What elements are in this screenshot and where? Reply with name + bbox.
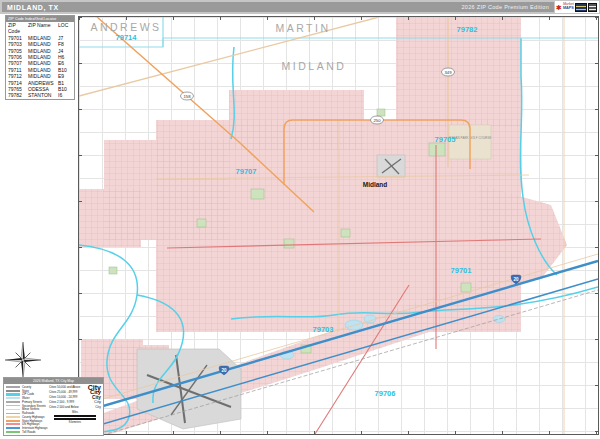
scale-km-label: Kilometers [49,421,101,424]
svg-text:20: 20 [513,277,519,282]
svg-text:349: 349 [445,70,453,75]
svg-text:250: 250 [374,118,382,123]
logo-info-box [575,3,587,12]
scale-miles-label: Miles [49,411,101,414]
zip-index-table: ZIP Code Index/Grid Locator ZIP Code ZIP… [5,15,75,100]
table-row: 79782STANTONI6 [6,92,74,98]
grid-ticks-top [79,17,598,20]
map-art: HOGAN PARK GOLF COURSE [79,17,598,434]
logo-brand-bottom: MAPS [563,7,574,11]
map-legend: 2026 Midland, TX City Map County State Z… [3,377,104,436]
logo-star-icon: ✱ [556,4,562,11]
grid-ticks-bottom [79,431,598,434]
page-title: MIDLAND, TX [7,4,59,11]
loop-250-marker-icon: 250 [371,116,384,124]
logo-info-box-2 [588,3,597,12]
zip-label-79714: 79714 [116,33,138,42]
hwy-158-marker-icon: 158 [181,92,194,100]
zip-label-79706: 79706 [375,389,396,398]
map-canvas: HOGAN PARK GOLF COURSE [78,16,599,435]
svg-text:158: 158 [184,94,192,99]
scale-bars: Miles Kilometers [49,411,101,424]
zip-label-79707: 79707 [236,167,257,176]
zip-index-columns: ZIP Code ZIP Name LOC [6,22,74,35]
legend-city-row: Cities 2,500 and BelowCity [49,404,101,409]
county-label-andrews: ANDREWS [90,21,161,33]
title-bar: MIDLAND, TX 2026 ZIP Code Premium Editio… [0,0,600,14]
grid-ticks-left [79,17,82,434]
grid-ticks-right [595,17,598,434]
scale-miles-bar [54,415,96,417]
publisher-logo: ✱ MarketMAPS [555,1,599,13]
edition-label: 2026 ZIP Code Premium Edition [462,4,549,10]
airport-midland-airpark [377,155,405,177]
county-label-midland: MIDLAND [282,60,347,72]
legend-features: County State ZIP Code Water Primary Stre… [6,385,46,434]
map-page: MIDLAND, TX 2026 ZIP Code Premium Editio… [0,0,600,439]
zip-label-79703: 79703 [313,325,334,334]
legend-feature-row: Toll Roads [6,430,46,434]
hwy-349-marker-icon: 349 [442,68,455,76]
compass-rose-icon [4,341,42,379]
county-label-martin: MARTIN [275,22,330,34]
legend-city-sizes: Cities 50,000 and AboveCity Cities 25,00… [49,385,101,434]
svg-text:20: 20 [221,368,227,373]
zip-label-79701: 79701 [451,266,472,275]
title-bar-inner: MIDLAND, TX 2026 ZIP Code Premium Editio… [2,2,554,12]
scale-km-bar [54,418,96,420]
city-label-midland: Midland [363,181,388,188]
zip-label-79705: 79705 [435,135,456,144]
zip-label-79782: 79782 [457,25,478,34]
